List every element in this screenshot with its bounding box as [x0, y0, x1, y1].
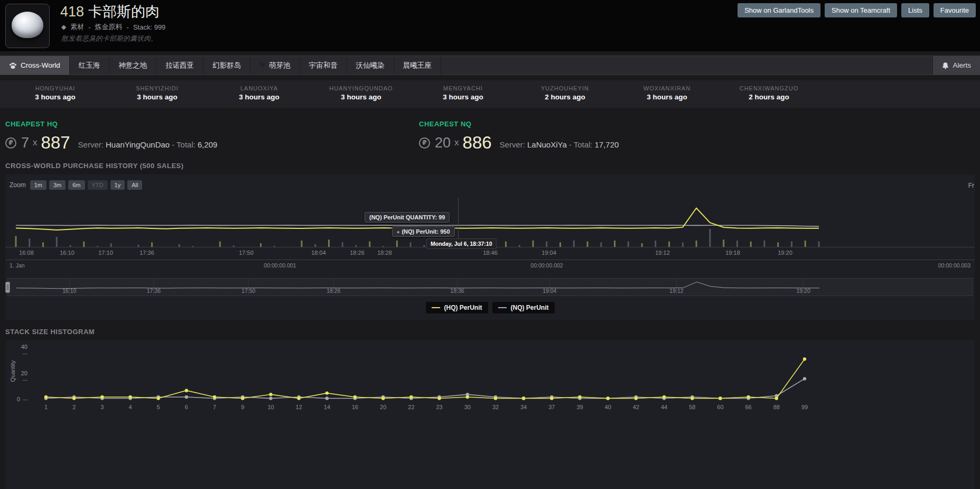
tab-server[interactable]: 宇宙和音 [300, 56, 347, 75]
cheapest-hq-label: CHEAPEST HQ [5, 120, 219, 128]
sale-quantity-bar [546, 242, 547, 247]
item-icon [5, 4, 50, 48]
tab-label: 宇宙和音 [309, 61, 338, 70]
sale-quantity-bar [628, 242, 629, 247]
x-axis-label: 17:36 [139, 250, 154, 256]
item-category: 素材 [70, 22, 84, 32]
total-label: - Total: [569, 140, 593, 149]
sale-quantity-bar [777, 242, 779, 247]
histogram-x-label: 5 [157, 404, 160, 410]
sale-quantity-bar [668, 242, 670, 247]
update-time: 3 hours ago [310, 93, 412, 101]
tab-server[interactable]: 萌芽池 [250, 56, 300, 75]
navigator-label: 19:20 [796, 288, 810, 294]
zoom-1m-button[interactable]: 1m [30, 180, 46, 190]
hq-histogram-point [718, 396, 722, 400]
series-dot-icon: ● [397, 229, 399, 235]
tab-label: 神意之地 [118, 61, 147, 70]
world-name: CHENXIWANGZUO [718, 85, 820, 91]
zoom-all-button[interactable]: All [127, 180, 142, 190]
zoom-1y-button[interactable]: 1y [110, 180, 125, 190]
tab-server[interactable]: 神意之地 [109, 56, 156, 75]
show-on-teamcraft-button[interactable]: Show on Teamcraft [825, 3, 897, 17]
histogram-x-label: 3 [100, 404, 104, 410]
histogram-x-label: 66 [745, 404, 751, 410]
histogram-x-label: 42 [633, 404, 639, 410]
item-subcategory: 炼金原料 [95, 22, 123, 32]
sale-quantity-bar [328, 239, 330, 247]
purchase-history-chart: Zoom 1m3m6mYTD1yAll Fr 16:0816:1017:1017… [5, 174, 975, 320]
cheapest-hq-quantity: 7 [21, 135, 29, 151]
sprout-path [260, 63, 265, 69]
tab-alerts[interactable]: Alerts [932, 56, 980, 75]
server-prefix: Server: [500, 140, 525, 149]
x-axis-label: 19:18 [725, 250, 740, 256]
hq-histogram-point [381, 396, 385, 400]
histogram-x-label: 2 [72, 404, 76, 410]
server-prefix: Server: [78, 140, 104, 149]
tab-server[interactable]: 幻影群岛 [203, 56, 250, 75]
navigator-handle[interactable] [5, 282, 10, 293]
sale-quantity-bar [709, 229, 711, 247]
cheapest-nq-section: CHEAPEST NQ ₽ 20 x 886 Server:LaNuoXiYa-… [419, 120, 621, 153]
histogram-y-label: 0 [15, 396, 27, 402]
world-update-times: HONGYUHAI3 hours agoSHENYIZHIDI3 hours a… [0, 80, 980, 108]
update-time: 3 hours ago [208, 93, 310, 101]
hq-histogram-point [297, 396, 301, 400]
sale-quantity-bar [83, 242, 85, 247]
sale-quantity-bar [342, 242, 343, 247]
hq-histogram-point [269, 393, 272, 396]
tab-server[interactable]: 沃仙曦染 [347, 56, 394, 75]
x-axis-label: 19:12 [655, 250, 670, 256]
total-label: - Total: [172, 140, 195, 149]
chart-navigator[interactable]: 16:1017:3617:5018:2618:3619:0419:1219:20 [7, 278, 973, 296]
hq-histogram-point [662, 395, 666, 399]
hq-histogram-point [550, 396, 553, 400]
item-name: 卡部斯的肉 [88, 4, 160, 20]
legend-item[interactable]: (HQ) PerUnit [426, 302, 488, 313]
favourite-button[interactable]: Favourite [934, 3, 976, 17]
hq-histogram-point [325, 391, 329, 394]
sale-quantity-bar [600, 242, 602, 247]
cheapest-hq-server-line: Server:HuanYingQunDao- Total:6,209 [78, 140, 220, 149]
sub-axis-label: 00:00:00.001 [264, 262, 296, 269]
zoom-3m-button[interactable]: 3m [49, 180, 66, 190]
sale-quantity-bar [682, 242, 684, 247]
zoom-6m-button[interactable]: 6m [68, 180, 85, 190]
tooltip-price-text: (NQ) PerUnit: 950 [402, 228, 450, 235]
histogram-x-label: 40 [605, 404, 611, 410]
nq-histogram-point [325, 396, 329, 400]
show-on-garlandtools-button[interactable]: Show on GarlandTools [738, 3, 820, 17]
zoom-label: Zoom [10, 181, 26, 189]
navigator-label: 19:04 [543, 288, 556, 294]
navigator-label: 18:36 [450, 288, 464, 294]
histogram-x-label: 16 [352, 404, 358, 410]
item-meta: ◆ 素材 - 炼金原料 - Stack: 999 [61, 22, 165, 32]
histogram-x-label: 60 [717, 404, 723, 410]
gil-icon: ₽ [5, 137, 16, 149]
multiply-sign: x [33, 137, 38, 148]
sale-quantity-bar [655, 241, 656, 247]
x-axis-label: 16:08 [19, 250, 34, 256]
sale-quantity-bar [219, 242, 221, 247]
tab-cross-world[interactable]: Cross-World [0, 56, 70, 75]
update-time: 3 hours ago [616, 93, 718, 101]
hq-histogram-point [128, 395, 132, 399]
meta-separator: - [127, 23, 129, 31]
hq-histogram-point [634, 396, 638, 400]
nq-histogram-line [46, 379, 805, 398]
histogram-x-label: 44 [661, 404, 667, 410]
legend-item[interactable]: (NQ) PerUnit [492, 302, 555, 313]
sale-quantity-bar [805, 241, 806, 247]
world-update-woxianxiran: WOXIANXIRAN3 hours ago [616, 80, 718, 108]
tab-server[interactable]: 红玉海 [70, 56, 110, 75]
tooltip-quantity: (NQ) PerUnit QUANTITY: 99 [365, 212, 450, 223]
tab-server[interactable]: 拉诺西亚 [156, 56, 203, 75]
sale-quantity-bar [750, 242, 752, 247]
item-title: 418卡部斯的肉 [60, 2, 160, 21]
world-update-huanyingqundao: HUANYINGQUNDAO3 hours ago [310, 80, 412, 108]
navigator-plot: 16:1017:3617:5018:2618:3619:0419:1219:20 [8, 279, 972, 296]
hq-histogram-point [185, 389, 188, 392]
tab-server[interactable]: 晨曦王座 [394, 56, 441, 75]
lists-button[interactable]: Lists [901, 3, 929, 17]
